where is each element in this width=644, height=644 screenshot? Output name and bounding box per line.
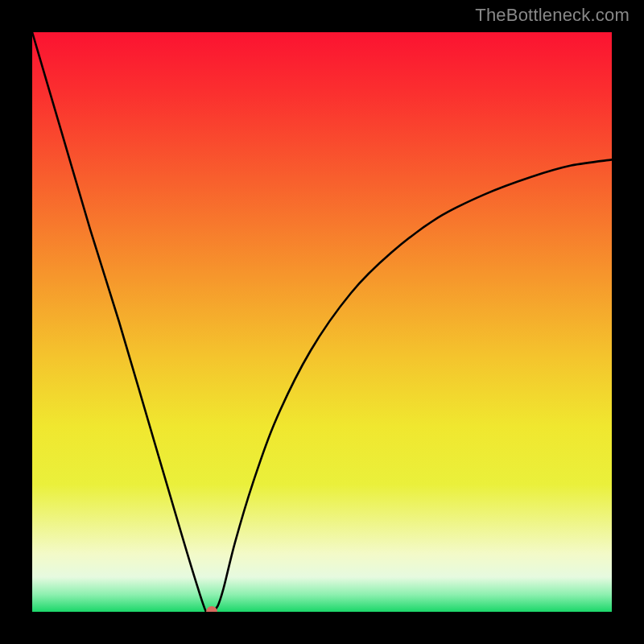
watermark-text: TheBottleneck.com: [475, 5, 630, 26]
optimal-point-marker: [206, 606, 217, 612]
plot-area: [32, 32, 612, 612]
bottleneck-curve: [32, 32, 612, 612]
chart-container: TheBottleneck.com: [0, 0, 644, 644]
